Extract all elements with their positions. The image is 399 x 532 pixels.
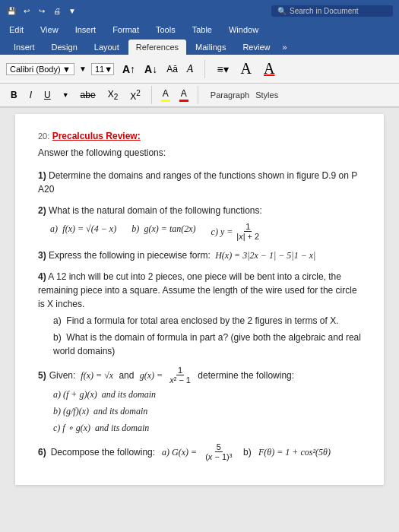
q2-text: What is the natural domain of the follow… xyxy=(49,205,262,216)
paragraph-label: Paragraph xyxy=(211,90,249,100)
question-2: 2) What is the natural domain of the fol… xyxy=(38,204,361,241)
font-size-value: 11 xyxy=(95,65,104,74)
q1-num: 1) xyxy=(38,170,46,181)
options-icon[interactable]: ▼ xyxy=(67,5,78,16)
menu-table[interactable]: Table xyxy=(189,24,215,36)
title-bar-icons: 💾 ↩ ↪ 🖨 ▼ xyxy=(6,5,78,16)
q2c-label: c) y = xyxy=(211,225,236,239)
tab-insert[interactable]: Insert xyxy=(6,40,43,55)
q4-text: A 12 inch will be cut into 2 pieces, one… xyxy=(38,271,357,309)
menu-insert[interactable]: Insert xyxy=(72,24,100,36)
ribbon-format-controls: B I U ▼ abe X2 X2 A A Paragraph Styles xyxy=(0,84,399,107)
page-number: 20: xyxy=(38,131,49,141)
styles-A-icon: A xyxy=(241,60,252,77)
q2c-numerator: 1 xyxy=(244,222,252,232)
italic-btn[interactable]: I xyxy=(25,87,36,103)
font-grow-btn[interactable]: A↑ xyxy=(119,61,139,78)
q6a-den: (x − 1)³ xyxy=(204,452,233,461)
q5a: a) (f + g)(x) and its domain xyxy=(53,388,361,401)
menu-window[interactable]: Window xyxy=(226,24,261,36)
paragraph-menu-btn[interactable]: ≡▾ xyxy=(213,61,232,78)
font-color-btn[interactable]: A xyxy=(176,87,192,103)
superscript-btn[interactable]: X2 xyxy=(125,87,145,104)
q4a-label: a) xyxy=(53,315,64,326)
q2b-math: g(x) = tan(2x) xyxy=(144,223,195,234)
q6b-label: b) xyxy=(238,445,254,459)
q5b-math: b) (g/f)(x) and its domain xyxy=(53,406,147,416)
styles-label: Styles xyxy=(255,90,278,100)
menu-format[interactable]: Format xyxy=(109,24,142,36)
q6a-num: 5 xyxy=(215,442,223,452)
font-shrink-btn[interactable]: A↓ xyxy=(141,61,161,78)
q5-g: g(x) = xyxy=(140,369,165,382)
q6a-label: a) G(x) = xyxy=(160,445,199,459)
q2c-fraction: 1 |x| + 2 xyxy=(235,222,261,241)
q4a: a) Find a formula for total area enclose… xyxy=(53,314,361,328)
styles-A-btn[interactable]: A xyxy=(237,58,255,80)
ribbon-tabs: Insert Design Layout References Mailings… xyxy=(0,38,399,55)
strikethrough-btn[interactable]: abe xyxy=(76,87,100,103)
menu-tools[interactable]: Tools xyxy=(153,24,179,36)
document-area: 20: Precalculus Review: Answer the follo… xyxy=(0,108,399,532)
font-size-icon: ▼ xyxy=(104,65,112,74)
q1-text: Determine the domains and ranges of the … xyxy=(38,170,357,195)
search-placeholder: Search in Document xyxy=(290,7,359,15)
search-bar[interactable]: 🔍 Search in Document xyxy=(271,5,393,17)
q5c-math: c) f ∘ g(x) and its domain xyxy=(53,423,149,433)
undo-icon[interactable]: ↩ xyxy=(21,5,32,16)
underline-btn[interactable]: U xyxy=(40,87,55,103)
ribbon: Insert Design Layout References Mailings… xyxy=(0,38,399,108)
ribbon-font-controls: Calibri (Body) ▼ ▼ 11 ▼ A↑ A↓ Aā A ≡▾ A … xyxy=(0,55,399,84)
save-icon[interactable]: 💾 xyxy=(6,5,17,16)
text-highlight-btn[interactable]: A xyxy=(158,87,173,103)
menu-view[interactable]: View xyxy=(37,24,62,36)
q6-text: Decompose the following: xyxy=(51,445,155,459)
styles-underline-icon: A xyxy=(264,60,274,77)
q5a-math: a) (f + g)(x) and its domain xyxy=(53,389,156,400)
underline-dropdown-btn[interactable]: ▼ xyxy=(59,89,73,101)
q5-end: determine the following: xyxy=(195,369,294,382)
font-dropdown-icon: ▼ xyxy=(62,65,71,74)
q6-num: 6) xyxy=(38,445,46,459)
ribbon-more[interactable]: » xyxy=(283,43,287,52)
q5-g-den: x² − 1 xyxy=(168,375,192,385)
styles-underline-btn[interactable]: A xyxy=(260,58,278,80)
tab-design[interactable]: Design xyxy=(44,40,85,55)
section-header: Precalculus Review: xyxy=(52,131,141,141)
menu-bar: Edit View Insert Format Tools Table Wind… xyxy=(0,21,399,38)
ribbon-divider-1 xyxy=(204,60,205,78)
question-1: 1) Determine the domains and ranges of t… xyxy=(38,169,361,196)
q5c: c) f ∘ g(x) and its domain xyxy=(53,421,361,435)
search-icon: 🔍 xyxy=(277,7,287,15)
q2c-denominator: |x| + 2 xyxy=(235,232,261,241)
redo-icon[interactable]: ↪ xyxy=(36,5,47,16)
font-size-dropdown-icon: ▼ xyxy=(79,65,87,73)
question-3: 3) Express the following in piecewise fo… xyxy=(38,249,361,262)
clear-format-btn[interactable]: Aā xyxy=(163,62,182,77)
font-color-icon: A xyxy=(181,88,187,99)
font-size-selector[interactable]: 11 ▼ xyxy=(91,63,114,75)
question-5: 5) Given: f(x) = √x and g(x) = 1 x² − 1 … xyxy=(38,366,361,435)
page: 20: Precalculus Review: Answer the follo… xyxy=(15,114,384,485)
highlight-icon: A xyxy=(163,88,169,99)
q3-text: Express the following in piecewise form: xyxy=(49,250,211,261)
q5-header: 5) Given: f(x) = √x and g(x) = 1 x² − 1 … xyxy=(38,366,361,385)
ribbon-divider-2 xyxy=(151,86,152,104)
bold-btn[interactable]: B xyxy=(6,87,22,103)
q4b-text: What is the domain of formula in part a?… xyxy=(53,332,361,356)
subscript-btn[interactable]: X2 xyxy=(103,87,123,103)
tab-references[interactable]: References xyxy=(128,40,186,55)
tab-layout[interactable]: Layout xyxy=(87,40,127,55)
q2a: a) f(x) = √(4 − x) xyxy=(50,222,116,241)
q6a-fraction: 5 (x − 1)³ xyxy=(204,442,233,461)
tab-review[interactable]: Review xyxy=(235,40,277,55)
menu-edit[interactable]: Edit xyxy=(6,24,27,36)
font-name-selector[interactable]: Calibri (Body) ▼ xyxy=(6,63,74,75)
font-name-value: Calibri (Body) xyxy=(10,65,61,74)
q5-g-fraction: 1 x² − 1 xyxy=(168,366,192,385)
print-icon[interactable]: 🖨 xyxy=(52,5,62,16)
q5b: b) (g/f)(x) and its domain xyxy=(53,404,361,418)
q2c: c) y = 1 |x| + 2 xyxy=(211,222,261,241)
font-script-btn[interactable]: A xyxy=(183,61,198,78)
tab-mailings[interactable]: Mailings xyxy=(188,40,233,55)
